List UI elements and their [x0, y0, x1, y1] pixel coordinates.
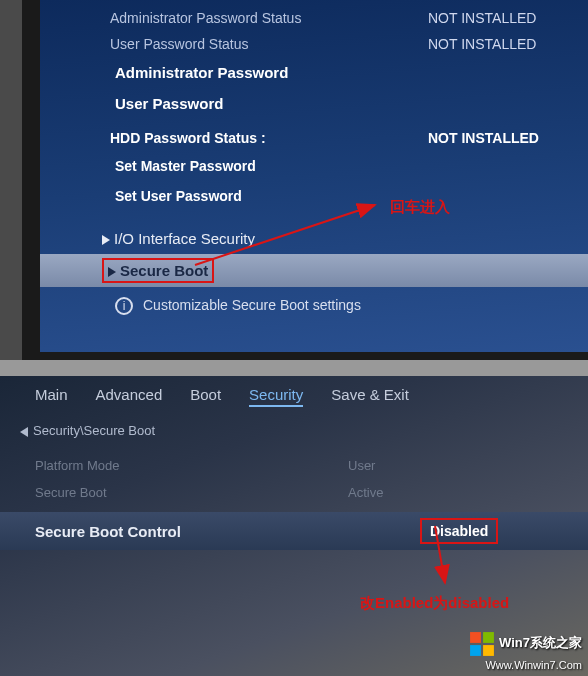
- hdd-password-status-value: NOT INSTALLED: [428, 130, 588, 146]
- user-password-status-label: User Password Status: [110, 36, 428, 52]
- svg-rect-7: [483, 645, 494, 656]
- tab-main[interactable]: Main: [35, 386, 68, 407]
- admin-password-status-value: NOT INSTALLED: [428, 10, 588, 26]
- admin-password-status-row: Administrator Password Status NOT INSTAL…: [40, 5, 588, 31]
- platform-mode-row: Platform Mode User: [0, 452, 588, 479]
- set-master-password-action[interactable]: Set Master Password: [40, 151, 588, 181]
- platform-mode-value: User: [348, 458, 588, 473]
- hdd-password-status-row: HDD Password Status : NOT INSTALLED: [40, 125, 588, 151]
- secure-boot-state-row: Secure Boot Active: [0, 479, 588, 506]
- back-arrow-icon: [20, 427, 28, 437]
- watermark-title: Win7系统之家: [499, 635, 582, 650]
- secure-boot-control-label: Secure Boot Control: [35, 523, 420, 540]
- user-password-status-row: User Password Status NOT INSTALLED: [40, 31, 588, 57]
- help-info: iCustomizable Secure Boot settings: [40, 287, 588, 325]
- bios-tab-bar: Main Advanced Boot Security Save & Exit: [0, 376, 588, 413]
- tab-security[interactable]: Security: [249, 386, 303, 407]
- io-interface-security-submenu[interactable]: I/O Interface Security: [40, 223, 588, 254]
- watermark-url: Www.Winwin7.Com: [485, 659, 582, 671]
- annotation-text-enter: 回车进入: [390, 198, 450, 217]
- watermark: Win7系统之家 Www.Winwin7.Com: [469, 631, 582, 672]
- admin-password-status-label: Administrator Password Status: [110, 10, 428, 26]
- set-user-password-action[interactable]: Set User Password: [40, 181, 588, 211]
- breadcrumb[interactable]: Security\Secure Boot: [0, 413, 588, 442]
- secure-boot-state-value: Active: [348, 485, 588, 500]
- user-password-status-value: NOT INSTALLED: [428, 36, 588, 52]
- svg-rect-5: [483, 632, 494, 643]
- svg-rect-6: [470, 645, 481, 656]
- hdd-password-status-label: HDD Password Status :: [110, 130, 428, 146]
- svg-rect-4: [470, 632, 481, 643]
- windows-logo-icon: [469, 631, 495, 657]
- tab-boot[interactable]: Boot: [190, 386, 221, 407]
- submenu-arrow-icon: [102, 235, 110, 245]
- secure-boot-state-label: Secure Boot: [35, 485, 348, 500]
- tab-advanced[interactable]: Advanced: [96, 386, 163, 407]
- bios-security-screenshot-1: Administrator Password Status NOT INSTAL…: [0, 0, 588, 360]
- annotation-text-disabled: 改Enabled为disabled: [360, 594, 509, 613]
- bios-screen: Administrator Password Status NOT INSTAL…: [22, 0, 588, 360]
- administrator-password-action[interactable]: Administrator Password: [40, 57, 588, 88]
- submenu-arrow-icon: [108, 267, 116, 277]
- info-icon: i: [115, 297, 133, 315]
- tab-save-exit[interactable]: Save & Exit: [331, 386, 409, 407]
- platform-mode-label: Platform Mode: [35, 458, 348, 473]
- user-password-action[interactable]: User Password: [40, 88, 588, 119]
- secure-boot-control-value: Disabled: [420, 518, 498, 544]
- secure-boot-submenu[interactable]: Secure Boot: [40, 254, 588, 287]
- bios-secure-boot-screenshot-2: Main Advanced Boot Security Save & Exit …: [0, 376, 588, 676]
- secure-boot-control-row[interactable]: Secure Boot Control Disabled: [0, 512, 588, 550]
